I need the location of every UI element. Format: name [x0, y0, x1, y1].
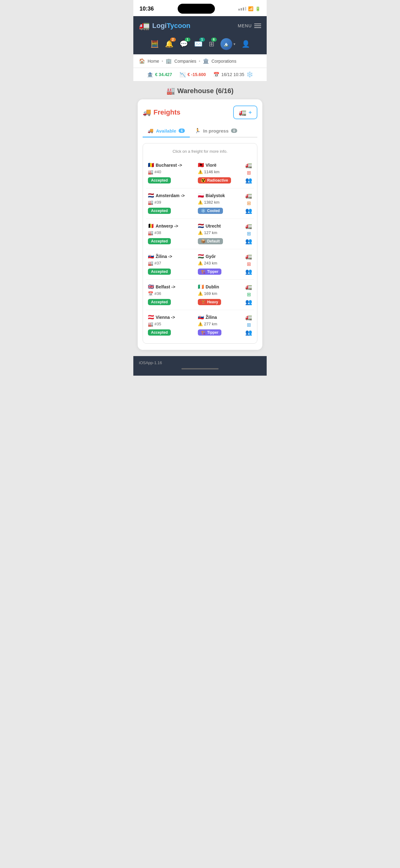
home-indicator	[181, 368, 219, 369]
type-icon-1: ☢️	[201, 178, 206, 183]
road-icon-1: ⚠️	[198, 169, 203, 174]
freight-icons-2: 🚛 ⊞ 👥	[245, 192, 252, 214]
date-value: 16/12 10:35	[222, 72, 244, 77]
freight-distance-5: ⚠️ 169 km	[198, 291, 243, 296]
nav-notifications[interactable]: 🔔 2	[165, 40, 173, 48]
type-icon-4: 🏗️	[201, 270, 206, 274]
user-icon: 👤	[241, 40, 250, 48]
menu-button[interactable]: MENU	[238, 23, 261, 28]
distance-value-2: 1382 km	[204, 200, 220, 205]
freight-from-2: 🇳🇱 Amsterdam ->	[148, 192, 193, 198]
freight-item-1[interactable]: 🇷🇴 Bucharest -> 🇦🇱 Vlorë 🚛 ⊞ 👥 🏭 #40 ⚠️ …	[146, 158, 254, 188]
road-icon-6: ⚠️	[198, 321, 203, 326]
truck-icon-2: 🚛	[245, 192, 252, 199]
freight-status-5: Accepted	[148, 298, 193, 305]
icon-nav-bar: 🧮 🔔 2 💬 1 ✉️ 1 ⊞ 6 🏔️ ▾ 👤	[133, 35, 267, 54]
version-text: iOSApp-1.16	[139, 361, 162, 365]
to-city-2: Bialystok	[206, 193, 225, 198]
add-freight-button[interactable]: 🚛 +	[233, 105, 257, 119]
status-badge-6: Accepted	[148, 330, 171, 336]
tab-available-badge: 6	[178, 128, 185, 133]
calendar-icon: 📅	[213, 72, 220, 78]
freight-icons-4: 🚛 ⊞ 👥	[245, 253, 252, 275]
type-icon-3: 📦	[201, 239, 206, 243]
freight-type-4: 🏗️ Tipper	[198, 267, 243, 275]
type-label-5: Heavy	[207, 300, 218, 304]
nav-calculator[interactable]: 🧮	[151, 40, 159, 48]
calculator-icon: 🧮	[151, 40, 159, 48]
add-plus-icon: +	[248, 109, 252, 116]
avatar-chevron-icon: ▾	[233, 42, 235, 46]
tab-in-progress[interactable]: 🏃 In progress 0	[190, 125, 242, 137]
grid-badge: 6	[211, 37, 217, 41]
people-icon-1: 👥	[245, 177, 252, 184]
logo-text: LogiTycoon	[152, 22, 190, 30]
freight-distance-3: ⚠️ 127 km	[198, 230, 243, 235]
freight-distance-1: ⚠️ 1146 km	[198, 169, 243, 174]
freight-to-1: 🇦🇱 Vlorë	[198, 162, 243, 168]
freight-item-5[interactable]: 🇬🇧 Belfast -> 🇮🇪 Dublin 🚛 ⊞ 👥 📅 #36 ⚠️ 1…	[146, 280, 254, 310]
freight-from-1: 🇷🇴 Bucharest ->	[148, 162, 193, 168]
tabs-bar: 🚚 Available 6 🏃 In progress 0	[143, 125, 257, 137]
grid-icon-5: ⊞	[247, 291, 251, 298]
nav-avatar-group[interactable]: 🏔️ ▾	[221, 38, 235, 50]
breadcrumb-home[interactable]: Home	[147, 59, 159, 64]
freights-title-icon: 🚚	[143, 108, 151, 116]
freight-distance-2: ⚠️ 1382 km	[198, 200, 243, 205]
type-badge-4: 🏗️ Tipper	[198, 269, 222, 275]
breadcrumb-companies[interactable]: Companies	[174, 59, 196, 64]
people-icon-5: 👥	[245, 299, 252, 306]
nav-chat[interactable]: 💬 1	[179, 40, 188, 48]
freight-id-1: 🏭 #40	[148, 169, 193, 175]
freight-id-4: 🏭 #37	[148, 261, 193, 266]
page-title-bar: 🏭 Warehouse (6/16)	[133, 81, 267, 99]
freight-item-4[interactable]: 🇸🇰 Žilina -> 🇭🇺 Győr 🚛 ⊞ 👥 🏭 #37 ⚠️ 243 …	[146, 249, 254, 280]
flag-hungary: 🇭🇺	[198, 253, 204, 259]
freights-title-text: Freights	[154, 108, 180, 116]
freight-distance-4: ⚠️ 243 km	[198, 261, 243, 266]
freight-item-6[interactable]: 🇦🇹 Vienna -> 🇸🇰 Žilina 🚛 ⊞ 👥 🏭 #35 ⚠️ 27…	[146, 310, 254, 340]
id-value-2: #39	[155, 200, 161, 205]
flag-romania: 🇷🇴	[148, 162, 154, 168]
freight-icons-1: 🚛 ⊞ 👥	[245, 162, 252, 184]
status-badge-4: Accepted	[148, 269, 171, 275]
flag-austria: 🇦🇹	[148, 314, 154, 320]
truck-icon-3: 🚛	[245, 223, 252, 229]
type-icon-5: 🏋️	[201, 300, 206, 304]
distance-value-5: 169 km	[204, 291, 218, 296]
nav-user-profile[interactable]: 👤	[241, 40, 250, 48]
breadcrumb-corporations[interactable]: Corporations	[211, 59, 236, 64]
type-label-1: Radioactive	[207, 178, 228, 183]
snowflake-icon: ❄️	[246, 71, 253, 78]
flag-poland: 🇵🇱	[198, 192, 204, 198]
hamburger-icon	[254, 24, 261, 28]
freight-id-2: 🏭 #39	[148, 200, 193, 205]
freight-item-2[interactable]: 🇳🇱 Amsterdam -> 🇵🇱 Bialystok 🚛 ⊞ 👥 🏭 #39…	[146, 188, 254, 219]
truck-icon-1: 🚛	[245, 162, 252, 168]
truck-icon-4: 🚛	[245, 253, 252, 260]
change-item: 📉 € -15.600	[179, 72, 206, 78]
breadcrumb-sep-2: •	[199, 59, 200, 64]
freights-title: 🚚 Freights	[143, 108, 180, 116]
freight-hint: Click on a freight for more info.	[146, 147, 254, 158]
freight-item-3[interactable]: 🇧🇪 Antwerp -> 🇳🇱 Utrecht 🚛 ⊞ 👥 🏭 #38 ⚠️ …	[146, 219, 254, 249]
freight-status-4: Accepted	[148, 267, 193, 275]
people-icon-4: 👥	[245, 268, 252, 275]
tab-available[interactable]: 🚚 Available 6	[143, 125, 190, 137]
nav-mail[interactable]: ✉️ 1	[194, 40, 202, 48]
freight-to-6: 🇸🇰 Žilina	[198, 314, 243, 320]
freight-id-5: 📅 #36	[148, 291, 193, 296]
truck-icon-5: 🚛	[245, 283, 252, 290]
finance-bar: 🏦 € 34.427 📉 € -15.600 📅 16/12 10:35 ❄️	[133, 68, 267, 81]
warehouse-id-icon-4: 🏭	[148, 261, 153, 266]
id-value-5: #36	[155, 291, 161, 296]
type-icon-2: ❄️	[201, 209, 206, 213]
battery-icon: 🔋	[255, 6, 261, 11]
page-title: 🏭 Warehouse (6/16)	[139, 87, 261, 95]
road-icon-4: ⚠️	[198, 261, 203, 266]
distance-value-6: 277 km	[204, 321, 218, 326]
nav-grid[interactable]: ⊞ 6	[209, 40, 214, 48]
id-value-4: #37	[155, 261, 161, 266]
status-badge-5: Accepted	[148, 299, 171, 305]
truck-icon-6: 🚛	[245, 314, 252, 321]
